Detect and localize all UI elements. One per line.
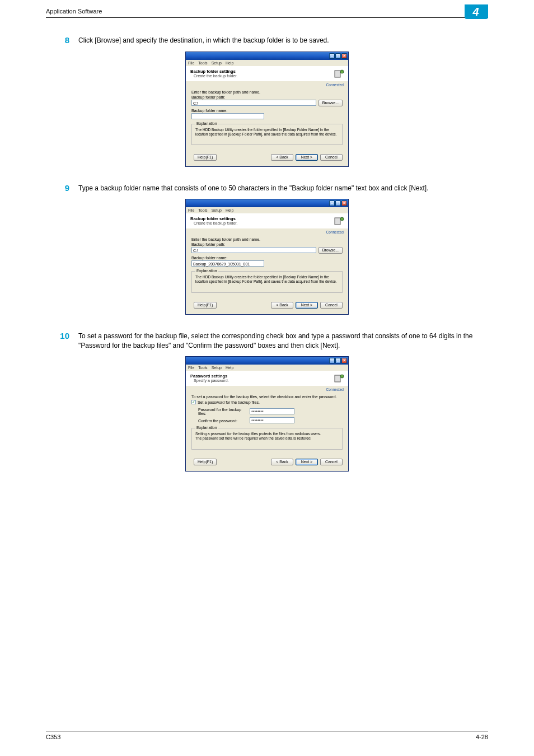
svg-rect-2 [335, 218, 340, 225]
wizard-title: Backup folder settings [190, 216, 344, 221]
enter-label: Enter the backup folder path and name. [191, 237, 343, 241]
menu-help[interactable]: Help [226, 208, 233, 212]
path-label: Backup folder path: [191, 95, 343, 99]
status-connected: Connected [186, 228, 348, 236]
section-title: Application Software [46, 8, 102, 15]
menu-setup[interactable]: Setup [212, 61, 222, 65]
name-label: Backup folder name: [191, 256, 343, 260]
wizard-title: Backup folder settings [190, 69, 344, 74]
menu-tools[interactable]: Tools [198, 366, 207, 370]
path-input[interactable]: C:\ [191, 247, 316, 253]
chapter-tab: 4 [465, 4, 488, 19]
cancel-button[interactable]: Cancel [320, 302, 343, 309]
dialog-password-settings: – □ × File Tools Setup Help Password set… [185, 356, 349, 471]
svg-point-5 [340, 375, 344, 378]
wizard-subtitle: Specify a password. [190, 379, 344, 382]
maximize-icon[interactable]: □ [335, 200, 341, 206]
device-icon [334, 373, 345, 384]
help-button[interactable]: Help(F1) [194, 154, 217, 161]
menu-tools[interactable]: Tools [198, 61, 207, 65]
browse-button[interactable]: Browse... [318, 100, 343, 106]
path-input[interactable]: C:\ [191, 100, 316, 106]
menu-setup[interactable]: Setup [212, 366, 222, 370]
explanation-text: Setting a password for the backup files … [195, 432, 339, 441]
password-input[interactable]: ******** [250, 408, 294, 414]
next-button[interactable]: Next > [296, 154, 318, 161]
cancel-button[interactable]: Cancel [320, 459, 343, 465]
back-button[interactable]: < Back [271, 459, 293, 465]
explanation-legend: Explanation [195, 122, 218, 125]
cancel-button[interactable]: Cancel [320, 154, 343, 161]
step-9: 9 Type a backup folder name that consist… [46, 183, 488, 194]
minimize-icon[interactable]: – [329, 53, 335, 59]
step-number: 10 [46, 330, 78, 351]
titlebar: – □ × [186, 357, 348, 365]
next-button[interactable]: Next > [296, 302, 318, 309]
titlebar: – □ × [186, 52, 348, 60]
device-icon [334, 68, 345, 80]
wizard-subtitle: Create the backup folder. [190, 74, 344, 78]
step-text: Click [Browse] and specify the destinati… [78, 35, 488, 46]
menu-help[interactable]: Help [226, 61, 233, 65]
menu-file[interactable]: File [188, 366, 194, 370]
set-password-label: Set a password for the backup files. [198, 400, 260, 404]
footer-right: 4-28 [476, 734, 488, 740]
close-icon[interactable]: × [341, 200, 347, 206]
step-text: Type a backup folder name that consists … [78, 183, 488, 194]
confirm-input[interactable]: ******** [250, 417, 294, 423]
dialog-backup-settings-1: – □ × File Tools Setup Help Backup folde… [185, 52, 349, 167]
wizard-heading: Backup folder settings Create the backup… [186, 67, 348, 81]
step-10: 10 To set a password for the backup file… [46, 330, 488, 351]
wizard-title: Password settings [190, 374, 344, 379]
step-8: 8 Click [Browse] and specify the destina… [46, 35, 488, 46]
next-button[interactable]: Next > [296, 459, 318, 465]
browse-button[interactable]: Browse... [318, 247, 343, 254]
step-number: 9 [46, 183, 78, 194]
svg-rect-0 [335, 71, 340, 77]
confirm-label: Confirm the password: [198, 419, 246, 423]
wizard-heading: Password settings Specify a password. [186, 371, 348, 386]
path-label: Backup folder path: [191, 242, 343, 246]
dialog-backup-settings-2: – □ × File Tools Setup Help Backup folde… [185, 199, 349, 314]
footer-left: C353 [46, 734, 60, 740]
page-footer: C353 4-28 [46, 731, 488, 740]
header-rule [46, 17, 488, 18]
set-password-checkbox[interactable]: ✓ [191, 400, 196, 404]
step-text: To set a password for the backup file, s… [78, 330, 488, 351]
explanation-text: The HDD Backup Utility creates the folde… [195, 128, 339, 137]
explanation-group: Explanation The HDD Backup Utility creat… [191, 271, 343, 292]
close-icon[interactable]: × [341, 53, 347, 59]
password-label: Password for the backup files: [198, 408, 246, 416]
menubar: File Tools Setup Help [186, 60, 348, 67]
minimize-icon[interactable]: – [329, 358, 335, 363]
name-input[interactable] [191, 113, 264, 119]
menu-setup[interactable]: Setup [212, 208, 222, 212]
menu-help[interactable]: Help [226, 366, 233, 370]
svg-point-1 [340, 70, 344, 73]
explanation-group: Explanation The HDD Backup Utility creat… [191, 124, 343, 145]
maximize-icon[interactable]: □ [335, 53, 341, 59]
explanation-legend: Explanation [195, 269, 218, 273]
explanation-legend: Explanation [195, 426, 218, 430]
enter-label: Enter the backup folder path and name. [191, 90, 343, 94]
menubar: File Tools Setup Help [186, 207, 348, 214]
status-connected: Connected [186, 81, 348, 89]
name-input[interactable]: Backup_20070629_105031_001 [191, 260, 264, 267]
help-button[interactable]: Help(F1) [194, 302, 217, 309]
name-label: Backup folder name: [191, 109, 343, 113]
menu-tools[interactable]: Tools [198, 208, 207, 212]
minimize-icon[interactable]: – [329, 200, 335, 206]
help-button[interactable]: Help(F1) [194, 459, 217, 465]
maximize-icon[interactable]: □ [335, 358, 341, 363]
menubar: File Tools Setup Help [186, 365, 348, 371]
menu-file[interactable]: File [188, 208, 194, 212]
close-icon[interactable]: × [341, 358, 347, 363]
back-button[interactable]: < Back [271, 302, 293, 309]
back-button[interactable]: < Back [271, 154, 293, 161]
menu-file[interactable]: File [188, 61, 194, 65]
status-connected: Connected [186, 386, 348, 394]
intro-label: To set a password for the backup files, … [191, 395, 343, 399]
titlebar: – □ × [186, 199, 348, 207]
svg-point-3 [340, 217, 344, 221]
device-icon [334, 216, 345, 227]
